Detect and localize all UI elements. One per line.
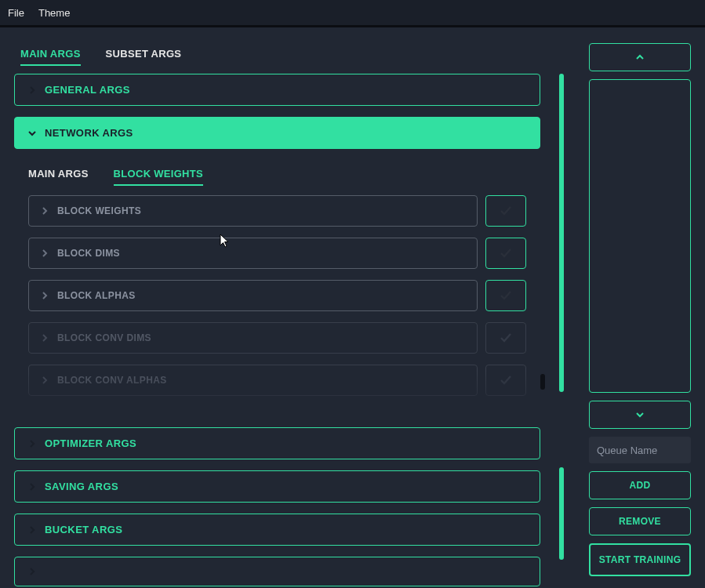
panel-optimizer-args[interactable]: OPTIMIZER ARGS — [14, 427, 540, 459]
block-row-alphas: BLOCK ALPHAS — [28, 280, 526, 311]
panels-scroll-area[interactable]: GENERAL ARGS NETWORK ARGS MAIN ARGS BLOC… — [14, 74, 565, 588]
tab-subset-args[interactable]: SUBSET ARGS — [106, 43, 182, 66]
chevron-right-icon — [27, 85, 37, 95]
queue-list-box[interactable] — [589, 79, 691, 393]
collapse-up-button[interactable] — [589, 43, 691, 71]
block-toggle-conv-alphas[interactable] — [485, 365, 526, 396]
block-toggle-dims[interactable] — [485, 238, 526, 269]
block-row-dims: BLOCK DIMS — [28, 238, 526, 269]
remove-button[interactable]: REMOVE — [589, 507, 691, 535]
blocks-scroll-area[interactable]: BLOCK WEIGHTS BLOCK DIMS — [28, 195, 540, 416]
chevron-right-icon — [40, 206, 49, 216]
block-toggle-alphas[interactable] — [485, 280, 526, 311]
panel-title: OPTIMIZER ARGS — [45, 437, 136, 449]
inner-tab-main-args[interactable]: MAIN ARGS — [28, 163, 89, 186]
chevron-down-icon — [634, 409, 645, 420]
chevron-right-icon — [27, 525, 37, 535]
chevron-right-icon — [27, 439, 37, 448]
block-label: BLOCK WEIGHTS — [57, 205, 141, 216]
panel-network-args[interactable]: NETWORK ARGS — [14, 117, 540, 149]
app-body: MAIN ARGS SUBSET ARGS GENERAL ARGS NETWO… — [0, 27, 705, 588]
panel-general-args[interactable]: GENERAL ARGS — [14, 74, 540, 106]
block-label: BLOCK ALPHAS — [57, 290, 136, 301]
block-toggle-conv-dims[interactable] — [485, 322, 526, 354]
menu-theme[interactable]: Theme — [38, 7, 70, 19]
block-toggle-weights[interactable] — [485, 195, 526, 227]
block-label: BLOCK CONV ALPHAS — [57, 375, 167, 386]
chevron-right-icon — [40, 291, 49, 300]
chevron-up-icon — [634, 52, 645, 63]
queue-name-input[interactable] — [589, 437, 691, 463]
panel-title: SAVING ARGS — [45, 481, 118, 492]
chevron-right-icon — [40, 249, 49, 258]
chevron-right-icon — [40, 376, 49, 385]
chevron-right-icon — [27, 482, 37, 492]
panels-scroll-wrap: GENERAL ARGS NETWORK ARGS MAIN ARGS BLOC… — [14, 74, 565, 588]
menubar: File Theme — [0, 0, 705, 25]
outer-scrollbar-seg1[interactable] — [559, 74, 564, 392]
block-panel-conv-dims[interactable]: BLOCK CONV DIMS — [28, 322, 478, 354]
inner-tab-block-weights[interactable]: BLOCK WEIGHTS — [114, 163, 203, 186]
panel-title: GENERAL ARGS — [45, 84, 130, 96]
block-panel-alphas[interactable]: BLOCK ALPHAS — [28, 280, 478, 311]
block-row-conv-dims: BLOCK CONV DIMS — [28, 322, 526, 354]
inner-tabs: MAIN ARGS BLOCK WEIGHTS — [28, 160, 540, 195]
check-icon — [499, 204, 513, 218]
menu-file[interactable]: File — [8, 7, 24, 19]
block-label: BLOCK CONV DIMS — [57, 332, 151, 343]
add-button[interactable]: ADD — [589, 471, 691, 499]
check-icon — [499, 331, 513, 345]
expand-down-button[interactable] — [589, 401, 691, 429]
check-icon — [499, 289, 513, 303]
blocks-scrollbar[interactable] — [540, 374, 545, 390]
chevron-down-icon — [27, 129, 37, 138]
outer-scrollbar-seg2[interactable] — [559, 467, 564, 560]
outer-scrollbar-gutter — [558, 74, 565, 588]
tab-main-args[interactable]: MAIN ARGS — [20, 43, 81, 66]
main-column: MAIN ARGS SUBSET ARGS GENERAL ARGS NETWO… — [14, 43, 565, 588]
side-column: ADD REMOVE START TRAINING — [589, 43, 691, 588]
block-label: BLOCK DIMS — [57, 248, 120, 259]
blocks-scroll-wrap: BLOCK WEIGHTS BLOCK DIMS — [28, 195, 540, 416]
check-icon — [499, 246, 513, 260]
start-training-button[interactable]: START TRAINING — [589, 543, 691, 576]
network-args-content: MAIN ARGS BLOCK WEIGHTS BLOCK WEIGHTS — [14, 160, 540, 416]
top-tabs: MAIN ARGS SUBSET ARGS — [14, 43, 565, 74]
chevron-right-icon — [27, 567, 37, 576]
check-icon — [499, 373, 513, 387]
panel-next-cutoff[interactable] — [14, 557, 540, 586]
chevron-right-icon — [40, 333, 49, 343]
panel-title: NETWORK ARGS — [45, 127, 133, 139]
block-row-conv-alphas: BLOCK CONV ALPHAS — [28, 365, 526, 396]
block-row-weights: BLOCK WEIGHTS — [28, 195, 526, 227]
block-panel-conv-alphas[interactable]: BLOCK CONV ALPHAS — [28, 365, 478, 396]
block-panel-dims[interactable]: BLOCK DIMS — [28, 238, 478, 269]
panel-bucket-args[interactable]: BUCKET ARGS — [14, 514, 540, 546]
panel-saving-args[interactable]: SAVING ARGS — [14, 470, 540, 503]
panel-title: BUCKET ARGS — [45, 524, 122, 535]
block-panel-weights[interactable]: BLOCK WEIGHTS — [28, 195, 478, 227]
